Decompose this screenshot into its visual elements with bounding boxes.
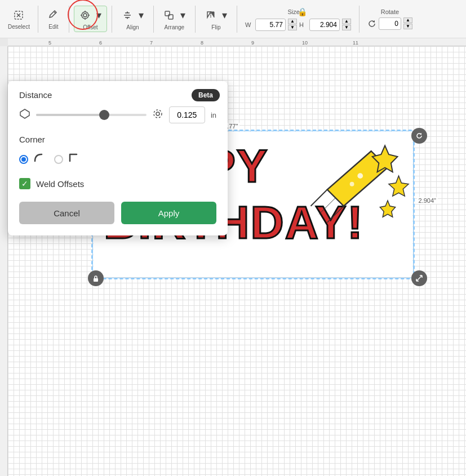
width-input[interactable] [255, 19, 286, 31]
flip-button[interactable] [203, 8, 218, 23]
divider-7 [359, 6, 360, 33]
rotate-icon [367, 19, 376, 28]
rotate-label: Rotate [381, 8, 399, 15]
divider-5 [195, 6, 196, 33]
corner-option-rounded[interactable] [19, 151, 45, 168]
weld-row: ✓ Weld Offsets [19, 178, 216, 189]
radio-rounded[interactable] [19, 155, 28, 164]
arrange-button[interactable] [162, 8, 176, 23]
svg-point-40 [156, 112, 159, 115]
ruler-vertical [0, 46, 8, 476]
divider-2 [69, 6, 69, 33]
offset-popup-panel: Beta Distance in Cor [8, 81, 228, 235]
corner-section-label: Corner [19, 135, 216, 144]
rotate-spinner[interactable]: ▲▼ [403, 17, 412, 29]
ruler-tick-9: 9 [250, 40, 254, 46]
svg-marker-17 [207, 12, 211, 17]
panel-buttons: Cancel Apply [19, 202, 216, 224]
arrange-label: Arrange [165, 24, 185, 30]
distance-slider-container [36, 109, 147, 121]
svg-marker-23 [389, 176, 409, 196]
apply-button[interactable]: Apply [121, 202, 216, 224]
ruler-tick-11: 11 [352, 40, 358, 46]
distance-row: in [19, 106, 216, 123]
weld-label: Weld Offsets [36, 179, 84, 189]
align-button[interactable] [120, 8, 135, 23]
offset-button[interactable] [78, 8, 92, 23]
distance-value-input[interactable] [169, 106, 205, 123]
deselect-label: Deselect [8, 24, 30, 30]
radio-square[interactable] [54, 155, 63, 164]
toolbar-group-deselect: Deselect [5, 7, 33, 31]
arrange-dropdown-button[interactable]: ▾ [179, 7, 187, 23]
ruler-tick-6: 6 [98, 40, 102, 46]
beta-badge: Beta [192, 89, 220, 101]
offset-label: Offset [83, 24, 98, 30]
lock-handle[interactable] [88, 270, 104, 286]
corner-option-square[interactable] [54, 151, 80, 168]
rotate-handle[interactable] [411, 128, 427, 144]
toolbar-group-arrange: ▾ Arrange [158, 6, 190, 32]
svg-marker-14 [126, 17, 128, 19]
svg-marker-18 [211, 12, 214, 17]
svg-line-27 [311, 190, 327, 206]
canvas-area: 5 6 7 8 9 10 11 HAPPY BIRTHDAY! [0, 38, 466, 476]
svg-point-26 [350, 182, 354, 186]
size-lock-icon: 🔒 [296, 7, 308, 16]
deselect-button[interactable] [11, 8, 26, 23]
ruler-tick-7: 7 [149, 40, 153, 46]
svg-rect-33 [94, 278, 98, 282]
divider-1 [38, 6, 38, 33]
svg-line-28 [327, 206, 344, 223]
flip-dropdown-button[interactable]: ▾ [220, 7, 229, 23]
height-spinner[interactable]: ▲▼ [342, 19, 351, 30]
toolbar-group-rotate: Rotate ▲▼ [364, 7, 416, 31]
toolbar-group-edit: Edit [43, 7, 64, 31]
size-label: Size [287, 8, 295, 15]
starburst-svg [300, 135, 410, 244]
weld-checkbox[interactable]: ✓ [19, 178, 30, 189]
rounded-corner-icon [32, 151, 45, 168]
distance-unit: in [211, 111, 216, 119]
rotate-input[interactable] [379, 17, 401, 30]
svg-point-25 [357, 173, 363, 179]
ruler-tick-5: 5 [47, 40, 51, 46]
offset-dropdown-button[interactable]: ▾ [95, 7, 103, 23]
toolbar-group-align: ▾ Align [117, 6, 149, 32]
height-input[interactable] [309, 19, 340, 31]
main-toolbar: Deselect Edit ▾ [0, 0, 466, 38]
divider-4 [153, 6, 154, 33]
toolbar-group-offset: ▾ Offset [74, 6, 107, 32]
height-label: H [299, 21, 307, 28]
width-spinner[interactable]: ▲▼ [288, 19, 297, 30]
ruler-tick-8: 8 [199, 40, 203, 46]
distance-section-label: Distance [19, 90, 216, 100]
resize-handle[interactable] [411, 270, 427, 286]
toolbar-group-size: Size 🔒 W ▲▼ H ▲▼ [242, 6, 354, 32]
flip-label: Flip [211, 24, 220, 30]
align-label: Align [126, 24, 139, 30]
svg-marker-24 [380, 201, 395, 217]
divider-3 [112, 6, 112, 33]
width-label: W [245, 21, 253, 28]
expand-icon [152, 108, 163, 122]
cancel-button[interactable]: Cancel [19, 202, 114, 224]
svg-point-4 [82, 12, 88, 19]
toolbar-group-flip: ▾ Flip [200, 6, 232, 32]
ruler-horizontal: 5 6 7 8 9 10 11 [8, 38, 466, 46]
svg-point-41 [154, 110, 162, 118]
corner-row [19, 151, 216, 168]
align-dropdown-button[interactable]: ▾ [137, 7, 145, 23]
dimension-right-label: 2.904" [417, 197, 438, 204]
svg-line-34 [416, 275, 422, 281]
square-corner-icon [66, 151, 80, 168]
svg-marker-39 [20, 109, 29, 118]
svg-line-29 [319, 198, 335, 214]
ruler-tick-10: 10 [301, 40, 308, 46]
edit-button[interactable] [46, 8, 61, 23]
svg-marker-13 [126, 11, 128, 13]
svg-point-5 [83, 14, 87, 17]
edit-label: Edit [48, 24, 58, 30]
divider-6 [237, 6, 237, 33]
polygon-small-icon [19, 108, 30, 122]
